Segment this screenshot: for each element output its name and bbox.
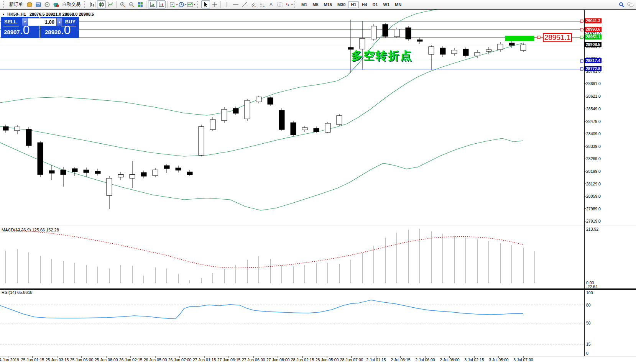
sound-icon xyxy=(44,1,51,8)
rsi-label: RSI(14) 65.8618 xyxy=(2,290,33,295)
crosshair-button[interactable] xyxy=(210,0,219,8)
zoom-in-icon xyxy=(119,1,126,8)
toolbar-grip xyxy=(197,1,200,8)
indicators-icon xyxy=(187,1,193,8)
timeframe-M15[interactable]: M15 xyxy=(321,1,335,8)
arrows-icon xyxy=(284,1,291,8)
toolbar-grip xyxy=(294,1,297,8)
horizontal-line-button[interactable] xyxy=(231,0,240,8)
time-axis-label: 25 Jun 08:00 xyxy=(95,357,118,362)
period-button[interactable]: ▾ xyxy=(178,0,187,8)
rsi-scale-label: 0 xyxy=(586,351,588,356)
bar-chart-button[interactable] xyxy=(88,0,97,8)
autotrading-icon xyxy=(53,1,59,8)
chart-shift-button[interactable] xyxy=(157,0,166,8)
trendline-button[interactable] xyxy=(240,0,249,8)
text-icon: A xyxy=(268,1,274,8)
one-click-trading-panel: SELL 28907.0 BUY 28920.0 ▼ 1.00 ▲ xyxy=(1,17,79,38)
channel-button[interactable]: E xyxy=(249,0,258,8)
volume-up-button[interactable]: ▲ xyxy=(56,18,62,26)
candlestick-chart-icon xyxy=(98,1,105,8)
timeframe-MN[interactable]: MN xyxy=(392,1,404,8)
time-axis-label: 28 Jun 05:00 xyxy=(316,357,339,362)
time-axis-label: 27 Jun 01:15 xyxy=(193,357,216,362)
market-watch-button[interactable] xyxy=(34,0,43,8)
tile-windows-button[interactable] xyxy=(136,0,145,8)
macd-scale-label: -22.64 xyxy=(586,284,598,289)
candlestick-chart-button[interactable] xyxy=(97,0,106,8)
price-tag: 28908.5 xyxy=(585,42,601,47)
timeframe-group: M1M5M15M30H1H4D1W1MN xyxy=(299,1,404,8)
profiles-icon xyxy=(26,1,33,8)
timeframe-W1[interactable]: W1 xyxy=(381,1,393,8)
volume-down-button[interactable]: ▼ xyxy=(22,18,28,26)
macd-scale-label: 213.92 xyxy=(586,227,598,231)
chat-button[interactable] xyxy=(626,0,634,8)
price-tick-label: 28691.0 xyxy=(586,81,601,86)
zoom-out-button[interactable] xyxy=(127,0,136,8)
timeframe-M1[interactable]: M1 xyxy=(299,1,310,8)
new-chart-icon xyxy=(169,1,176,8)
text-label-icon: T xyxy=(276,1,283,8)
price-tick-label: 28199.0 xyxy=(586,169,601,174)
collapse-triangle-icon: ▲ xyxy=(2,13,5,16)
sound-button[interactable] xyxy=(43,0,51,8)
zoom-in-button[interactable] xyxy=(118,0,127,8)
time-axis-label: 25 Jun 01:15 xyxy=(21,357,44,362)
autotrading-label[interactable]: 自动交易 xyxy=(60,0,82,8)
price-tick-label: 28059.0 xyxy=(586,194,601,198)
price-tag: 28951.1 xyxy=(585,34,601,39)
timeframe-M30[interactable]: M30 xyxy=(335,1,348,8)
text-button[interactable]: A xyxy=(266,0,275,8)
line-chart-button[interactable] xyxy=(106,0,115,8)
timeframe-M5[interactable]: M5 xyxy=(310,1,321,8)
fibonacci-button[interactable]: F xyxy=(258,0,266,8)
buy-price-main: 28920 xyxy=(45,29,61,35)
price-tick-label: 28621.0 xyxy=(586,94,601,98)
time-axis-label: 24 Jun 2019 xyxy=(0,357,19,362)
profiles-button[interactable] xyxy=(25,0,34,8)
price-tick-label: 27919.0 xyxy=(586,219,601,223)
new-order-button[interactable]: 新订单 xyxy=(7,0,25,8)
time-axis-label: 25 Jun 06:00 xyxy=(70,357,94,362)
timeframe-D1[interactable]: D1 xyxy=(370,1,381,8)
toolbar-separator xyxy=(116,1,117,8)
rsi-scale-label: 100 xyxy=(586,290,593,295)
fibonacci-icon: F xyxy=(259,1,266,8)
price-tag: 28772.8 xyxy=(585,66,601,71)
auto-scroll-icon xyxy=(149,1,156,8)
tile-windows-icon xyxy=(137,1,144,8)
svg-text:A: A xyxy=(270,2,273,7)
price-label-box[interactable]: 28951.1 xyxy=(543,33,572,42)
arrows-button[interactable]: ▾ xyxy=(284,0,293,8)
text-label-button[interactable]: T xyxy=(275,0,284,8)
price-tag: 28817.4 xyxy=(585,58,601,63)
chart-ohlc-values: 28876.5 28921.0 28868.0 28908.5 xyxy=(30,12,94,16)
channel-icon: E xyxy=(250,1,257,8)
new-chart-button[interactable]: ▾ xyxy=(169,0,178,8)
time-axis-label: 2 Jul 08:00 xyxy=(440,357,459,362)
chart-symbol-period: HK50-,H1 xyxy=(7,12,26,16)
vertical-line-button[interactable] xyxy=(222,0,231,8)
chart-canvas[interactable] xyxy=(0,0,636,364)
timeframe-H4[interactable]: H4 xyxy=(359,1,370,8)
clock-icon xyxy=(178,1,184,8)
main-toolbar: 新订单 自动交易 ▾ ▾ ▾ E xyxy=(0,0,636,10)
timeframe-H1[interactable]: H1 xyxy=(348,1,359,8)
price-tick-label: 28129.0 xyxy=(586,182,601,186)
time-axis-label: 27 Jun 08:00 xyxy=(266,357,290,362)
annotation-text[interactable]: 多空转折点 xyxy=(351,48,412,64)
autotrading-button[interactable] xyxy=(51,0,60,8)
time-axis-label: 26 Jun 07:00 xyxy=(168,357,192,362)
horizontal-line-icon xyxy=(232,1,239,8)
time-axis-label: 2 Jul 06:00 xyxy=(415,357,435,362)
auto-scroll-button[interactable] xyxy=(148,0,157,8)
volume-input[interactable]: 1.00 xyxy=(28,18,56,26)
zoom-out-icon xyxy=(128,1,135,8)
search-button[interactable] xyxy=(617,0,626,8)
cursor-button[interactable] xyxy=(201,0,210,8)
chart-shift-icon xyxy=(158,1,165,8)
template-button[interactable]: ▾ xyxy=(187,0,196,8)
price-tick-label: 28269.0 xyxy=(586,156,601,161)
bar-chart-icon xyxy=(89,1,96,8)
